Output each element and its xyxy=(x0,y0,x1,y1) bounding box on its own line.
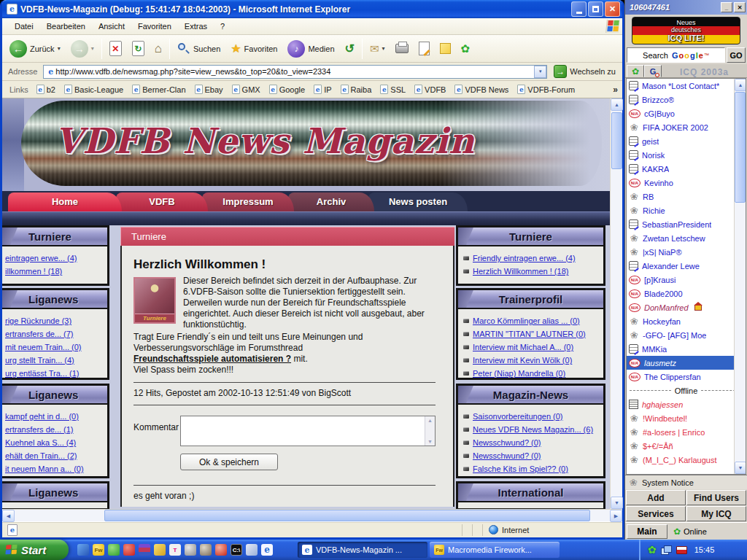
menu-hilfe[interactable]: ? xyxy=(214,20,231,33)
icq-contact[interactable]: ❀!Windbeutel! xyxy=(627,411,746,425)
scroll-left-icon[interactable]: ◀ xyxy=(2,510,15,522)
nav-vdfb[interactable]: VDFB xyxy=(116,192,208,211)
close-button[interactable]: ✕ xyxy=(605,1,620,17)
icq-contact[interactable]: N/A[p]Krausi xyxy=(627,273,746,287)
news-link[interactable]: Interview mit Kevin Wölk (0) xyxy=(461,354,600,367)
link-ip[interactable]: eIP xyxy=(310,85,335,94)
news-link[interactable]: Friendly eintragen erwe... (4) xyxy=(461,252,600,265)
icq-contact[interactable]: ❀FIFA JOKER 2002 xyxy=(627,120,746,134)
google-tab[interactable]: G xyxy=(644,65,662,77)
news-link[interactable]: Newsschwund? (0) xyxy=(461,436,600,449)
status-selector[interactable]: ✿ Online xyxy=(673,526,707,537)
tray-icq-icon[interactable]: ✿ xyxy=(648,544,657,556)
icq-contact[interactable]: KAKRA xyxy=(627,162,746,176)
quicklaunch-console-icon[interactable]: C:\ xyxy=(231,544,242,556)
icq-contact[interactable]: geist xyxy=(627,134,746,148)
icq-contact[interactable]: N/AThe Clippersfan xyxy=(627,370,746,384)
news-link[interactable]: Kuehnel aka S... (4) xyxy=(5,436,104,449)
menu-datei[interactable]: Datei xyxy=(8,20,40,33)
icq-close-button[interactable]: ✕ xyxy=(734,2,746,12)
maximize-button[interactable] xyxy=(588,1,603,17)
scroll-thumb[interactable] xyxy=(611,112,622,169)
quicklaunch-search-icon[interactable] xyxy=(246,544,258,556)
address-field[interactable]: e ▾ xyxy=(43,65,547,79)
link-b2[interactable]: eb2 xyxy=(33,85,59,94)
icq-contact[interactable]: Mason *Lost Contact* xyxy=(627,79,746,93)
comment-textarea[interactable] xyxy=(180,416,436,446)
url-input[interactable] xyxy=(55,66,534,77)
icq-contact[interactable]: ❀$+€/=Åñ xyxy=(627,439,746,453)
contact-list-scrollbar[interactable]: ▲ ▼ xyxy=(734,79,746,474)
news-link[interactable]: eintragen erwe... (4) xyxy=(5,252,104,265)
search-button[interactable]: Suchen xyxy=(174,41,223,57)
link-berner-clan[interactable]: eBerner-Clan xyxy=(128,85,189,94)
textarea-scrollbar[interactable]: ▲▼ xyxy=(425,416,435,446)
quicklaunch-icon-6[interactable] xyxy=(154,544,166,556)
quicklaunch-winrar-icon[interactable] xyxy=(139,544,150,556)
icq-contact[interactable]: ❀Zwetan Letschew xyxy=(627,231,746,245)
news-link[interactable]: urg entlässt Tra... (1) xyxy=(5,367,104,380)
menu-ansicht[interactable]: Ansicht xyxy=(92,20,131,33)
icq-toolbar-button[interactable]: ✿ xyxy=(458,41,473,57)
add-button[interactable]: Add xyxy=(626,490,686,505)
news-link[interactable]: Saisonvorbereitungen (0) xyxy=(461,410,600,423)
horizontal-scrollbar[interactable]: ◀ ▶ xyxy=(2,509,622,521)
stop-button[interactable]: ✕ xyxy=(107,39,125,58)
icq-contact[interactable]: ❀RB xyxy=(627,190,746,203)
system-notice-row[interactable]: ❀ System Notice xyxy=(625,475,747,489)
media-button[interactable]: ♪ Medien xyxy=(285,39,337,59)
quicklaunch-ie-icon[interactable]: e xyxy=(261,544,273,556)
quicklaunch-flash-icon[interactable] xyxy=(123,544,135,556)
scroll-right-icon[interactable]: ▶ xyxy=(610,510,622,522)
mail-button[interactable]: ✉ ▾ xyxy=(367,41,388,57)
quicklaunch-fireworks-icon[interactable]: Fw xyxy=(93,544,104,556)
quicklaunch-dreamweaver-icon[interactable] xyxy=(108,544,120,556)
icq-contact[interactable]: MMKia xyxy=(627,342,746,356)
vertical-scrollbar[interactable]: ▲ ▼ xyxy=(610,98,622,509)
main-menu-button[interactable]: Main xyxy=(627,524,667,539)
forum-thread-link[interactable]: Freundschaftsspiele automatisieren ? xyxy=(133,354,291,364)
scroll-up-icon[interactable]: ▲ xyxy=(735,79,746,91)
link-ssl[interactable]: eSSL xyxy=(376,85,409,94)
news-link[interactable]: urg stellt Train... (4) xyxy=(5,354,104,367)
back-button[interactable]: ← Zurück ▾ xyxy=(7,39,63,59)
quicklaunch-icon-8[interactable] xyxy=(185,544,196,556)
icq-contact[interactable]: ❀-GFO- [AFG] Moe xyxy=(627,328,746,342)
edit-button[interactable] xyxy=(416,40,433,57)
tray-app-icon[interactable] xyxy=(676,546,687,554)
quicklaunch-telekom-icon[interactable]: T xyxy=(169,544,181,556)
scroll-down-icon[interactable]: ▼ xyxy=(735,462,746,474)
link-gmx[interactable]: eGMX xyxy=(228,85,264,94)
google-go-button[interactable]: GO xyxy=(727,47,746,63)
task-fireworks-window[interactable]: Fw Macromedia Firework... xyxy=(430,542,560,558)
news-link[interactable]: Marco Kömmlinger alias ... (0) xyxy=(461,314,600,327)
start-button[interactable]: Start xyxy=(0,540,69,560)
print-button[interactable] xyxy=(392,42,411,55)
go-button[interactable]: → Wechseln zu xyxy=(550,65,619,78)
tray-network-icon[interactable] xyxy=(661,545,672,554)
icq-contact[interactable]: N/AKevinho xyxy=(627,176,746,190)
icq-contact[interactable]: N/AcG|Buyo xyxy=(627,106,746,120)
news-link[interactable]: Peter (Niap) Mandrella (0) xyxy=(461,367,600,380)
nav-impressum[interactable]: Impressum xyxy=(202,192,294,211)
icq-contact[interactable]: ❀(M_I_C_) Karlaugust xyxy=(627,453,746,467)
news-link[interactable]: kampf geht in d... (0) xyxy=(5,410,104,423)
quicklaunch-icon-1[interactable] xyxy=(77,544,89,556)
nav-home[interactable]: Home xyxy=(8,192,122,211)
link-vdfb-news[interactable]: eVDFB News xyxy=(451,85,512,94)
icq-contact[interactable]: Brizzco® xyxy=(627,93,746,106)
news-link[interactable]: illkommen ! (18) xyxy=(5,265,104,278)
menu-favoriten[interactable]: Favoriten xyxy=(131,20,178,33)
quicklaunch-icon-9[interactable] xyxy=(200,544,212,556)
icq-contact[interactable]: hghajessen xyxy=(627,397,746,411)
news-link[interactable]: Herzlich Willkommen ! (18) xyxy=(461,265,600,278)
scroll-thumb[interactable] xyxy=(735,92,746,203)
google-search-input[interactable]: Search Google™ xyxy=(627,47,725,63)
home-button[interactable]: ⌂ xyxy=(152,40,165,58)
icq-contact[interactable]: Norisk xyxy=(627,148,746,162)
favorites-button[interactable]: ★ Favoriten xyxy=(228,40,280,57)
scroll-thumb[interactable] xyxy=(104,510,590,521)
icq-contact[interactable]: Alexander Lewe xyxy=(627,259,746,273)
ie-titlebar[interactable]: e VDFB-News-Magazin (Debug: 15:41:47 18:… xyxy=(2,0,622,18)
forward-button[interactable]: → ▾ xyxy=(68,39,97,59)
